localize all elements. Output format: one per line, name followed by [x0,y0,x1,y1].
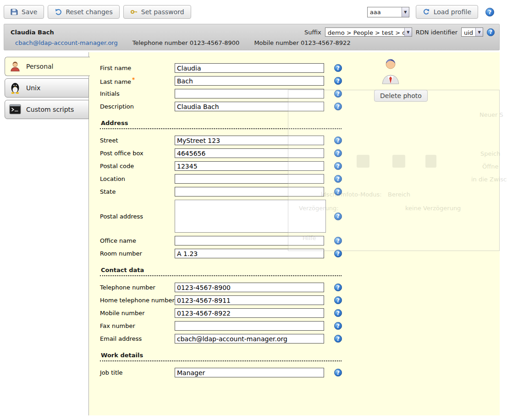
field-label-text: Post office box [100,150,143,157]
sidebar-item-label: Custom scripts [26,106,74,113]
help-icon[interactable]: ? [334,162,342,170]
help-icon[interactable]: ? [334,175,342,183]
text-input[interactable] [175,89,324,98]
help-icon[interactable]: ? [334,322,342,330]
field-label: Initials [100,90,175,97]
text-input[interactable] [175,136,324,145]
help-icon[interactable]: ? [334,213,342,220]
text-input[interactable] [175,308,324,318]
form-row: Email address ? [100,334,500,344]
help-icon[interactable]: ? [334,284,342,291]
text-input[interactable] [175,334,324,344]
help-icon[interactable]: ? [334,136,342,144]
text-input[interactable] [175,283,324,292]
text-input[interactable] [175,174,324,184]
sidebar-item-personal[interactable]: Personal [5,57,90,76]
form-row: Postal address ? [100,200,500,233]
help-icon[interactable]: ? [334,90,342,98]
section-title: Work details [100,352,342,361]
account-header: Claudia Bach Suffix demo > People > test… [4,24,500,50]
rdn-label: RDN identifier [416,29,457,36]
chevron-down-icon[interactable]: ▼ [404,28,412,36]
text-input[interactable] [175,368,324,377]
text-input[interactable] [175,295,324,305]
chevron-down-icon[interactable]: ▼ [402,7,409,17]
refresh-icon [423,8,430,16]
sidebar-item-label: Personal [26,63,54,70]
form-row: Mobile number ? [100,308,500,318]
sidebar-item-unix[interactable]: Unix [5,78,89,98]
text-input[interactable] [175,102,324,111]
field-label: Office name [100,237,175,244]
textarea-input[interactable] [175,200,326,233]
sidebar-item-label: Unix [26,84,40,92]
help-icon[interactable]: ? [334,250,342,257]
suffix-select[interactable]: demo > People > test > de ▼ [325,27,412,37]
field-label-text: Home telephone number [100,297,175,304]
field-label-text: First name [100,65,131,71]
help-icon[interactable]: ? [485,8,494,16]
header-mobile: Mobile number 0123-4567-8922 [254,39,350,46]
field-label: Description [100,103,175,110]
help-icon[interactable]: ? [334,149,342,157]
help-icon[interactable]: ? [334,188,342,196]
sidebar-item-custom-scripts[interactable]: Custom scripts [5,100,89,119]
section-title: Contact data [100,267,342,276]
user-photo [380,58,401,84]
form-row: Job title ? [100,368,500,377]
field-label: Street [100,137,175,144]
field-label: Job title [100,369,175,376]
field-label-text: Street [100,137,118,144]
field-label: Home telephone number [100,297,175,304]
reset-changes-button[interactable]: Reset changes [48,5,119,19]
field-label: Postal address [100,213,175,220]
help-icon[interactable]: ? [334,103,342,110]
help-icon[interactable]: ? [334,77,342,85]
section-fields: Telephone number ? Home telephone number… [100,283,500,344]
form-row: Room number ? [100,249,500,258]
text-input[interactable] [175,148,324,158]
chevron-down-icon[interactable]: ▼ [475,28,483,36]
load-profile-label: Load profile [434,8,471,16]
help-icon[interactable]: ? [334,369,342,376]
form-row: Home telephone number ? [100,295,500,305]
field-label: Mobile number [100,310,175,316]
account-email-link[interactable]: cbach@ldap-account-manager.org [15,39,118,46]
field-label-text: Postal code [100,163,134,169]
help-icon[interactable]: ? [334,296,342,304]
form-row: Telephone number ? [100,283,500,292]
text-input[interactable] [175,76,324,86]
delete-photo-button[interactable]: Delete photo [374,90,428,102]
help-icon[interactable]: ? [334,335,342,343]
field-label: Postal code [100,163,175,169]
text-input[interactable] [175,63,324,73]
field-label-text: Fax number [100,322,135,329]
load-profile-button[interactable]: Load profile [416,5,478,19]
section-fields: Job title ? [100,368,500,377]
field-label-text: Location [100,175,125,182]
rdn-select[interactable]: uid ▼ [461,27,483,37]
field-label: Post office box [100,150,175,157]
text-input[interactable] [175,161,324,171]
help-icon[interactable]: ? [334,64,342,72]
text-input[interactable] [175,321,324,331]
form-section: Work details Job title ? [100,352,500,377]
save-button[interactable]: Save [4,5,44,19]
field-label-text: Job title [100,369,123,376]
form-section: Contact data Telephone number ? Home tel… [100,267,500,344]
field-label-text: Last name [100,78,131,85]
profile-select[interactable]: aaa ▼ [367,7,409,17]
field-label-text: Email address [100,335,142,342]
help-icon[interactable]: ? [334,309,342,317]
field-label-text: Postal address [100,213,143,220]
help-icon[interactable]: ? [334,237,342,245]
set-password-button[interactable]: Set password [123,5,191,19]
text-input[interactable] [175,236,324,245]
text-input[interactable] [175,249,324,258]
form-row: Location ? [100,174,500,184]
text-input[interactable] [175,187,324,196]
field-label-text: Telephone number [100,284,155,291]
help-icon[interactable]: ? [487,28,495,36]
form-row: Office name ? [100,236,500,245]
form-row: First name ? [100,63,500,73]
